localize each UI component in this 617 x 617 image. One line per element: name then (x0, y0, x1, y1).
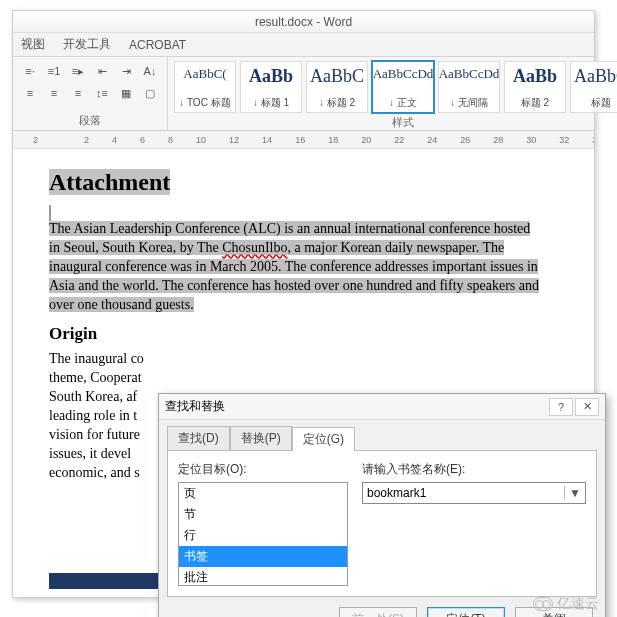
style-item[interactable]: AaBbC标题 (570, 61, 617, 113)
dialog-title-text: 查找和替换 (165, 398, 549, 415)
target-label: 定位目标(O): (178, 461, 348, 478)
number-list-icon[interactable]: ≡1 (43, 61, 65, 81)
style-item[interactable]: AaBbC(↓ TOC 标题 (174, 61, 236, 113)
indent-left-icon[interactable]: ⇤ (91, 61, 113, 81)
tab-acrobat[interactable]: ACROBAT (129, 38, 186, 52)
list-item[interactable]: 批注 (179, 567, 347, 586)
window-title: result.docx - Word (13, 11, 594, 33)
watermark: 亿速云 (533, 595, 599, 613)
dialog-titlebar[interactable]: 查找和替换 ? ✕ (159, 394, 605, 420)
paragraph-2-clipped: The inaugural co theme, Cooperat South K… (49, 350, 159, 482)
menu-tabs: 视图 开发工具 ACROBAT (13, 33, 594, 57)
list-item[interactable]: 页 (179, 483, 347, 504)
shading-icon[interactable]: ▦ (115, 83, 137, 103)
list-item[interactable]: 行 (179, 525, 347, 546)
sort-icon[interactable]: A↓ (139, 61, 161, 81)
borders-icon[interactable]: ▢ (139, 83, 161, 103)
watermark-logo-icon (533, 597, 553, 611)
styles-gallery[interactable]: AaBbC(↓ TOC 标题AaBb↓ 标题 1AaBbC↓ 标题 2AaBbC… (174, 61, 617, 113)
help-icon[interactable]: ? (549, 398, 573, 416)
styles-group: AaBbC(↓ TOC 标题AaBb↓ 标题 1AaBbC↓ 标题 2AaBbC… (168, 57, 617, 130)
close-icon[interactable]: ✕ (575, 398, 599, 416)
bookmark-value: bookmark1 (367, 486, 426, 500)
align-left-icon[interactable]: ≡ (19, 83, 41, 103)
tab-find[interactable]: 查找(D) (167, 426, 230, 450)
styles-group-label: 样式 (174, 113, 617, 130)
previous-button: 前一处(S) (339, 607, 417, 617)
ribbon: ≡· ≡1 ≡▸ ⇤ ⇥ A↓ ≡ ≡ ≡ ↕≡ ▦ ▢ 段落 AaBbC(↓ … (13, 57, 594, 131)
tab-replace[interactable]: 替换(P) (230, 426, 292, 450)
dialog-tabs: 查找(D) 替换(P) 定位(G) (159, 420, 605, 450)
bookmark-name-combo[interactable]: bookmark1 ▼ (362, 482, 586, 504)
chevron-down-icon[interactable]: ▼ (564, 486, 581, 500)
heading-origin: Origin (49, 324, 592, 344)
paragraph-group-label: 段落 (19, 111, 161, 128)
tab-view[interactable]: 视图 (21, 36, 45, 53)
goto-target-listbox[interactable]: 页节行书签批注脚注 (178, 482, 348, 586)
style-item[interactable]: AaBbC↓ 标题 2 (306, 61, 368, 113)
bullet-list-icon[interactable]: ≡· (19, 61, 41, 81)
style-item[interactable]: AaBb↓ 标题 1 (240, 61, 302, 113)
style-item[interactable]: AaBb标题 2 (504, 61, 566, 113)
ruler[interactable]: 2246810121416182022242628303234363840424… (13, 131, 594, 149)
list-item[interactable]: 节 (179, 504, 347, 525)
find-replace-dialog: 查找和替换 ? ✕ 查找(D) 替换(P) 定位(G) 定位目标(O): 页节行… (158, 393, 606, 617)
heading-attachment: Attachment (49, 169, 592, 196)
style-item[interactable]: AaBbCcDd↓ 正文 (372, 61, 434, 113)
paragraph-1: The Asian Leadership Conference (ALC) is… (49, 220, 549, 314)
multilevel-list-icon[interactable]: ≡▸ (67, 61, 89, 81)
align-right-icon[interactable]: ≡ (67, 83, 89, 103)
list-item[interactable]: 书签 (179, 546, 347, 567)
bookmark-label: 请输入书签名称(E): (362, 461, 586, 478)
tab-goto[interactable]: 定位(G) (292, 427, 355, 451)
embedded-image[interactable] (49, 205, 51, 221)
tab-devtools[interactable]: 开发工具 (63, 36, 111, 53)
paragraph-group: ≡· ≡1 ≡▸ ⇤ ⇥ A↓ ≡ ≡ ≡ ↕≡ ▦ ▢ 段落 (13, 57, 168, 130)
align-center-icon[interactable]: ≡ (43, 83, 65, 103)
style-item[interactable]: AaBbCcDd↓ 无间隔 (438, 61, 500, 113)
line-spacing-icon[interactable]: ↕≡ (91, 83, 113, 103)
goto-button[interactable]: 定位(T) (427, 607, 505, 617)
indent-right-icon[interactable]: ⇥ (115, 61, 137, 81)
